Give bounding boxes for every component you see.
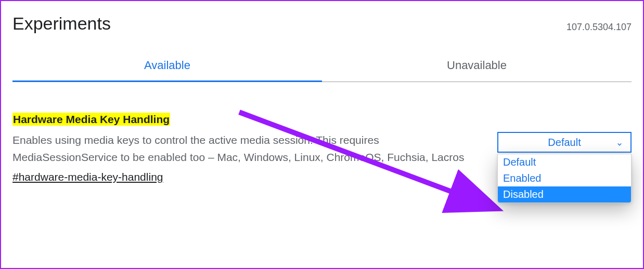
option-default[interactable]: Default bbox=[498, 154, 631, 170]
flag-select-wrap: Default Default Enabled Disabled bbox=[497, 132, 632, 153]
flag-select-dropdown: Default Enabled Disabled bbox=[497, 154, 632, 203]
flag-select-value: Default bbox=[548, 137, 581, 149]
tabs: Available Unavailable bbox=[12, 51, 632, 82]
flag-main: Hardware Media Key Handling Enables usin… bbox=[12, 113, 485, 183]
flag-description: Enables using media keys to control the … bbox=[12, 132, 485, 166]
flag-title: Hardware Media Key Handling bbox=[12, 113, 170, 126]
chevron-down-icon bbox=[616, 139, 623, 146]
option-enabled[interactable]: Enabled bbox=[498, 170, 631, 186]
experiments-page: Experiments 107.0.5304.107 Available Una… bbox=[0, 0, 644, 269]
header: Experiments 107.0.5304.107 bbox=[12, 14, 632, 34]
flag-select[interactable]: Default bbox=[497, 132, 632, 153]
flag-row: Hardware Media Key Handling Enables usin… bbox=[12, 113, 632, 183]
tab-available[interactable]: Available bbox=[12, 51, 322, 82]
page-title: Experiments bbox=[12, 14, 111, 34]
tab-unavailable[interactable]: Unavailable bbox=[322, 51, 632, 82]
flag-anchor-link[interactable]: #hardware-media-key-handling bbox=[12, 171, 163, 183]
version-label: 107.0.5304.107 bbox=[566, 22, 632, 34]
option-disabled[interactable]: Disabled bbox=[498, 186, 631, 203]
